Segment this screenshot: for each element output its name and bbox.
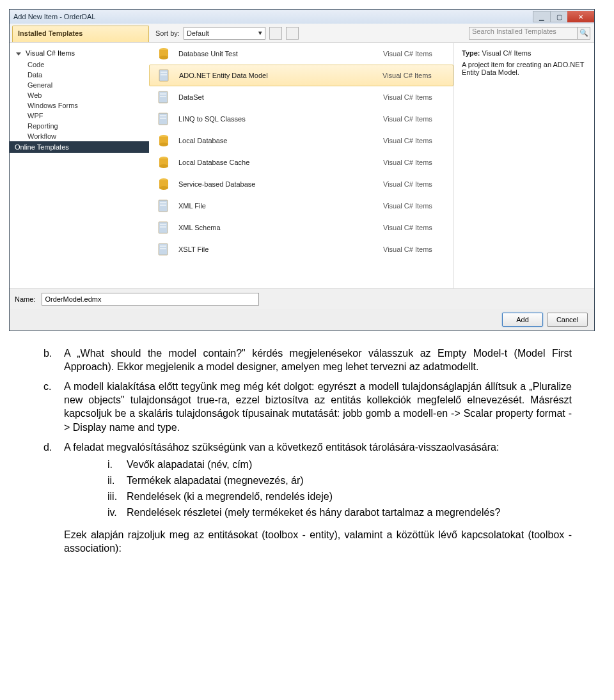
sublist-marker: ii.	[107, 474, 127, 487]
template-category: Visual C# Items	[383, 180, 453, 188]
template-list-item[interactable]: XML FileVisual C# Items	[149, 195, 453, 217]
list-marker: b.	[43, 346, 64, 373]
dialog-titlebar: Add New Item - OrderDAL ▁ ▢ ✕	[10, 10, 594, 24]
cancel-button[interactable]: Cancel	[547, 313, 588, 327]
template-name: Local Database Cache	[175, 159, 383, 166]
sort-dropdown[interactable]: Default ▾	[184, 27, 265, 40]
svg-point-20	[159, 186, 168, 190]
tree-root-item[interactable]: Visual C# Items	[10, 47, 149, 59]
template-category: Visual C# Items	[383, 245, 453, 253]
list-item-text: A modell kialakítása előtt tegyünk meg m…	[64, 380, 572, 433]
template-category: Visual C# Items	[383, 202, 453, 210]
sublist-text: Rendelések részletei (mely termékeket és…	[127, 506, 572, 519]
installed-templates-tab[interactable]: Installed Templates	[12, 26, 149, 42]
list-marker: d.	[43, 440, 64, 556]
template-info-pane: Type: Visual C# Items A project item for…	[453, 43, 594, 288]
template-icon	[153, 240, 175, 258]
template-category: Visual C# Items	[383, 137, 453, 144]
svg-point-2	[159, 56, 168, 59]
list-marker: c.	[43, 380, 64, 433]
close-button[interactable]: ✕	[567, 11, 594, 22]
search-input[interactable]: Search Installed Templates	[469, 27, 578, 40]
chevron-down-icon	[16, 52, 21, 56]
template-icon	[153, 153, 175, 171]
template-category: Visual C# Items	[383, 93, 453, 101]
template-name: XML File	[175, 202, 383, 210]
svg-rect-22	[160, 202, 166, 203]
template-list-item[interactable]: XML SchemaVisual C# Items	[149, 217, 453, 238]
template-icon	[153, 219, 175, 237]
template-category: Visual C# Items	[383, 115, 453, 123]
dialog-title: Add New Item - OrderDAL	[13, 13, 95, 20]
sort-by-label: Sort by:	[155, 29, 180, 37]
tree-child-item[interactable]: Code	[10, 59, 149, 70]
sublist-marker: iii.	[107, 490, 127, 503]
template-list-item[interactable]: XSLT FileVisual C# Items	[149, 238, 453, 260]
template-category: Visual C# Items	[383, 224, 453, 231]
svg-rect-5	[161, 74, 167, 75]
maximize-button[interactable]: ▢	[550, 11, 568, 22]
svg-rect-7	[160, 93, 166, 95]
tree-child-item[interactable]: General	[10, 80, 149, 90]
search-icon[interactable]: 🔍	[578, 27, 590, 40]
template-name: XML Schema	[175, 224, 383, 231]
template-list-item[interactable]: LINQ to SQL ClassesVisual C# Items	[149, 108, 453, 130]
sublist-text: Rendelések (ki a megrendelő, rendelés id…	[127, 490, 572, 503]
chevron-down-icon: ▾	[258, 29, 262, 37]
svg-rect-4	[161, 72, 167, 73]
online-templates-header[interactable]: Online Templates	[10, 141, 149, 153]
document-body: b. A „What should the model contain?" ké…	[0, 331, 614, 580]
view-small-icons-button[interactable]	[269, 27, 282, 40]
template-list-item[interactable]: Local Database CacheVisual C# Items	[149, 152, 453, 173]
template-icon	[153, 110, 175, 128]
template-name: DataSet	[175, 93, 383, 101]
template-icon	[153, 175, 175, 193]
template-name: Service-based Database	[175, 180, 383, 188]
template-icon	[154, 66, 175, 84]
tree-child-item[interactable]: Windows Forms	[10, 100, 149, 111]
sublist-text: Termékek alapadatai (megnevezés, ár)	[127, 474, 572, 487]
list-item-text: A feladat megvalósításához szükségünk va…	[64, 440, 572, 556]
svg-rect-10	[160, 115, 166, 116]
template-category: Visual C# Items	[382, 72, 453, 79]
template-name: Database Unit Test	[175, 50, 383, 58]
svg-point-17	[159, 164, 168, 168]
template-list-item[interactable]: DataSetVisual C# Items	[149, 86, 453, 108]
template-categories-tree: Visual C# Items CodeDataGeneralWebWindow…	[10, 43, 149, 288]
add-new-item-dialog: Add New Item - OrderDAL ▁ ▢ ✕ Installed …	[9, 9, 595, 331]
template-icon	[153, 132, 175, 150]
template-name: LINQ to SQL Classes	[175, 115, 383, 123]
tree-child-item[interactable]: Workflow	[10, 131, 149, 141]
svg-rect-11	[160, 118, 166, 119]
name-label: Name:	[15, 295, 35, 303]
svg-point-14	[159, 143, 168, 146]
template-list-item[interactable]: Service-based DatabaseVisual C# Items	[149, 173, 453, 195]
template-list-item[interactable]: Database Unit TestVisual C# Items	[149, 43, 453, 65]
template-category: Visual C# Items	[383, 50, 453, 58]
svg-rect-23	[160, 205, 166, 206]
template-name: Local Database	[175, 137, 383, 144]
view-medium-icons-button[interactable]	[286, 27, 299, 40]
template-icon	[153, 197, 175, 215]
template-category: Visual C# Items	[383, 159, 453, 166]
template-list-item[interactable]: ADO.NET Entity Data ModelVisual C# Items	[149, 65, 453, 86]
template-description: A project item for creating an ADO.NET E…	[462, 61, 586, 76]
minimize-button[interactable]: ▁	[533, 11, 551, 22]
template-list-item[interactable]: Local DatabaseVisual C# Items	[149, 130, 453, 152]
tree-child-item[interactable]: Reporting	[10, 121, 149, 131]
sublist-marker: iv.	[107, 506, 127, 519]
name-input[interactable]	[42, 293, 259, 306]
tree-child-item[interactable]: Web	[10, 90, 149, 100]
template-name: ADO.NET Entity Data Model	[175, 72, 382, 79]
tree-child-item[interactable]: WPF	[10, 111, 149, 121]
template-icon	[153, 88, 175, 106]
templates-list: Database Unit TestVisual C# ItemsADO.NET…	[149, 43, 453, 288]
sublist-marker: i.	[107, 458, 127, 471]
template-icon	[153, 45, 175, 63]
tree-child-item[interactable]: Data	[10, 70, 149, 80]
add-button[interactable]: Add	[502, 313, 543, 327]
svg-rect-29	[160, 248, 166, 249]
svg-rect-28	[160, 245, 166, 247]
svg-rect-26	[160, 226, 166, 228]
template-name: XSLT File	[175, 245, 383, 253]
